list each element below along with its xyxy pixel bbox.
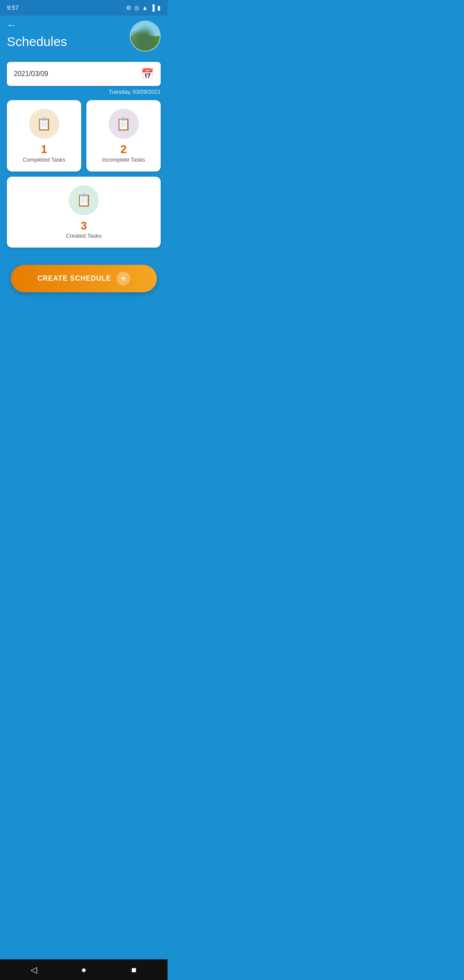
create-btn-container: CREATE SCHEDULE + [0,248,168,301]
incomplete-tasks-label: Incomplete Tasks [102,156,145,163]
create-schedule-button[interactable]: CREATE SCHEDULE + [11,265,157,292]
header: ← Schedules [0,15,168,58]
created-tasks-icon-circle: 📋 [69,185,99,215]
created-tasks-count: 3 [81,220,87,232]
cards-area: 📋 1 Completed Tasks 📋 2 Incomplete Tasks… [0,100,168,248]
date-value: 2021/03/09 [14,70,48,78]
date-input-box[interactable]: 2021/03/09 📅 [7,62,161,86]
completed-tasks-icon: 📋 [37,117,52,131]
status-bar: 9:57 ⚙ ◎ ▲ ▐ ▮ [0,0,168,15]
settings-icon: ⚙ [126,4,131,11]
signal-icon: ▐ [150,4,155,11]
completed-tasks-icon-circle: 📋 [29,109,59,139]
incomplete-tasks-count: 2 [120,143,126,156]
incomplete-tasks-card[interactable]: 📋 2 Incomplete Tasks [86,100,161,172]
incomplete-tasks-icon-circle: 📋 [109,109,139,139]
created-tasks-icon: 📋 [76,193,92,207]
calendar-icon[interactable]: 📅 [141,68,154,80]
status-time: 9:57 [7,4,18,11]
avatar[interactable] [130,21,161,52]
incomplete-tasks-icon: 📋 [116,117,131,131]
battery-icon: ▮ [157,4,161,11]
back-button[interactable]: ← [7,21,67,30]
page-title: Schedules [7,34,67,49]
completed-tasks-card[interactable]: 📋 1 Completed Tasks [7,100,81,172]
date-container: 2021/03/09 📅 Tuesday, 03/09/2021 [7,62,161,95]
date-label: Tuesday, 03/09/2021 [7,89,161,95]
location-icon: ◎ [134,4,139,11]
completed-tasks-count: 1 [41,143,47,156]
create-btn-label: CREATE SCHEDULE [37,275,111,282]
completed-tasks-label: Completed Tasks [23,156,65,163]
wifi-icon: ▲ [142,4,148,11]
avatar-image [131,21,160,51]
create-btn-plus-icon: + [116,272,130,285]
header-left: ← Schedules [7,21,67,49]
cards-row-top: 📋 1 Completed Tasks 📋 2 Incomplete Tasks [7,100,161,172]
created-tasks-card[interactable]: 📋 3 Created Tasks [7,177,161,248]
status-icons: ⚙ ◎ ▲ ▐ ▮ [126,4,161,11]
created-tasks-label: Created Tasks [66,233,102,239]
